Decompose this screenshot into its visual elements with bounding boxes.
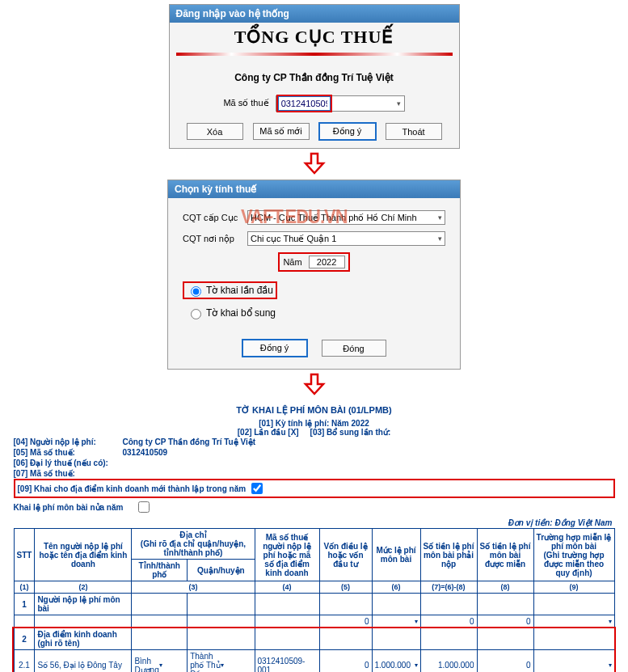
period-window: Chọn kỳ tính thuế VAFT.EDU.VN CQT cấp Cụ… [167,180,461,370]
year-label: Năm [283,257,301,267]
column-number-row: (1) (2) (3) (4) (5) (6) (7)=(6)-(8) (8) … [14,581,614,594]
cell-th[interactable]: ▾ [533,650,614,673]
cell-von[interactable]: 0 [319,650,372,673]
agent-label: [06] Đại lý thuế (nếu có): [14,459,108,467]
fee-table: STT Tên người nộp lệ phí hoặc tên địa đi… [14,528,615,672]
col-von: Vốn điều lệ hoặc vốn đầu tư [319,529,372,581]
cell-von[interactable]: 0 [319,615,372,628]
agent-taxid-label: [07] Mã số thuế: [14,469,123,478]
supplement-declaration-label: Tờ khai bổ sung [206,307,276,319]
supplement-declaration-radio[interactable] [191,309,201,319]
table-row: 1 Người nộp lệ phí môn bài [14,594,614,615]
payer-value: Công ty CP Thần đồng Trí Tuệ Việt [123,437,256,446]
cell-phainop: 0 [420,615,477,628]
tax-id-combo[interactable]: ▾ [276,95,405,112]
cell-huyen[interactable]: Thành phố Thủ Dầu▾ [188,650,255,673]
first-declaration-radio[interactable] [191,286,201,297]
half-year-row: Khai lệ phí môn bài nửa năm [14,498,615,516]
cell-phainop: 1.000.000 [420,650,477,673]
agency-name: TỔNG CỤC THUẾ [170,27,459,48]
new-location-row: [09] Khai cho địa điểm kinh doanh mới th… [14,479,615,498]
declaration-type-group: Tờ khai lần đầu Tờ khai bổ sung [183,281,445,322]
cell-muc[interactable]: ▾ [372,615,420,628]
cell-name: Người nộp lệ phí môn bài [35,594,132,615]
cell-stt: 2.1 [14,650,35,673]
table-row: 2.1 Số 56, Đại lộ Đông Tây Bình Dương▾ T… [14,650,614,673]
col-ten: Tên người nộp lệ phí hoặc tên địa điểm k… [35,529,132,581]
chevron-down-icon: ▾ [438,235,442,243]
cqt-noi-select[interactable]: Chi cục Thuế Quận 1 ▾ [247,231,445,246]
taxid-value: 0312410509 [123,448,168,457]
arrow-down-icon [0,373,628,397]
agency-heading: TỔNG CỤC THUẾ [170,23,459,49]
agree-button[interactable]: Đồng ý [242,340,307,357]
year-box: Năm [278,252,349,272]
taxid-label: [05] Mã số thuế: [14,448,123,457]
col-address: Địa chỉ (Ghi rõ địa chỉ quận/huyện, tỉnh… [132,529,255,560]
first-time-indicator: [02] Lần đầu [X] [238,428,299,437]
agree-button[interactable]: Đồng ý [319,123,376,140]
close-button[interactable]: Đóng [322,340,386,357]
table-row: 0 ▾ 0 0 ▾ [14,615,614,628]
col-mien: Số tiền lệ phí môn bài được miễn [477,529,533,581]
login-titlebar: Đăng nhập vào hệ thống [170,5,459,23]
new-id-button[interactable]: Mã số mới [253,123,310,140]
declaration-form: TỜ KHAI LỆ PHÍ MÔN BÀI (01/LPMB) [01] Kỳ… [7,400,622,672]
tax-id-input[interactable] [278,96,331,111]
table-header-row-1: STT Tên người nộp lệ phí hoặc tên địa đi… [14,529,614,560]
new-location-checkbox[interactable] [251,483,263,494]
half-year-checkbox[interactable] [138,501,150,513]
cell-mst[interactable]: 0312410509-001 [255,650,319,673]
cqt-cap-select[interactable]: HCM - Cục Thuế Thành phố Hồ Chí Minh ▾ [247,210,445,225]
cqt-cap-value: HCM - Cục Thuế Thành phố Hồ Chí Minh [251,213,417,223]
company-name: Công ty CP Thần đồng Trí Tuệ Việt [170,64,459,95]
cell-stt: 2 [14,628,35,650]
col-mst: Mã số thuế người nộp lệ phí hoặc mã số đ… [255,529,319,581]
col-muc: Mức lệ phí môn bài [372,529,420,581]
chevron-down-icon: ▾ [438,213,442,222]
arrow-down-icon [0,152,628,176]
cell-tinh[interactable]: Bình Dương▾ [132,650,188,673]
supplement-indicator: [03] Bổ sung lần thứ: [310,428,391,437]
supplement-declaration-row[interactable]: Tờ khai bổ sung [183,304,445,322]
currency-unit: Đơn vị tiền: Đồng Việt Nam [14,516,615,528]
col-stt: STT [14,529,35,581]
col-truonghop: Trường hợp miễn lệ phí môn bài (Ghi trườ… [533,529,614,581]
login-buttons: Xóa Mã số mới Đồng ý Thoát [170,123,459,148]
cell-mien: 0 [477,615,533,628]
cqt-noi-value: Chi cục Thuế Quận 1 [251,234,336,244]
table-row: 2 Địa điểm kinh doanh (ghi rõ tên) [14,628,614,650]
cell-th[interactable]: ▾ [533,615,614,628]
form-title: TỜ KHAI LỆ PHÍ MÔN BÀI (01/LPMB) [14,400,615,419]
tax-id-label: Mã số thuế [223,98,268,108]
year-input[interactable] [309,256,345,268]
dropdown-icon: ▾ [411,661,418,669]
cqt-cap-label: CQT cấp Cục [183,213,247,223]
cell-stt: 1 [14,594,35,615]
cell-mien: 0 [477,650,533,673]
half-year-label: Khai lệ phí môn bài nửa năm [14,503,135,512]
dropdown-icon[interactable]: ▾ [415,618,418,625]
period-titlebar: Chọn kỳ tính thuế [168,180,460,198]
first-declaration-row[interactable]: Tờ khai lần đầu [183,281,277,299]
dropdown-icon: ▾ [609,661,612,669]
first-declaration-label: Tờ khai lần đầu [206,285,273,296]
tax-id-row: Mã số thuế ▾ [170,95,459,123]
payer-label: [04] Người nộp lệ phí: [14,437,123,446]
decorative-bar [176,53,453,56]
chevron-down-icon[interactable]: ▾ [394,99,404,108]
col-tinh: Tỉnh/thành phố [132,560,188,581]
cell-muc[interactable]: 1.000.000▾ [372,650,420,673]
cell-name: Địa điểm kinh doanh (ghi rõ tên) [35,628,132,650]
cqt-noi-label: CQT nơi nộp [183,234,247,244]
col-huyen: Quận/huyện [188,560,255,581]
col-phainop: Số tiền lệ phí môn bài phải nộp [420,529,477,581]
dropdown-icon: ▾ [159,661,184,669]
exit-button[interactable]: Thoát [386,123,442,140]
form-meta2: [02] Lần đầu [X] [03] Bổ sung lần thứ: [14,428,615,437]
dropdown-icon[interactable]: ▾ [609,618,612,625]
form-period: [01] Kỳ tính lệ phí: Năm 2022 [14,419,615,428]
cell-name[interactable]: Số 56, Đại lộ Đông Tây [35,650,132,673]
dropdown-icon: ▾ [221,661,251,669]
clear-button[interactable]: Xóa [187,123,243,140]
